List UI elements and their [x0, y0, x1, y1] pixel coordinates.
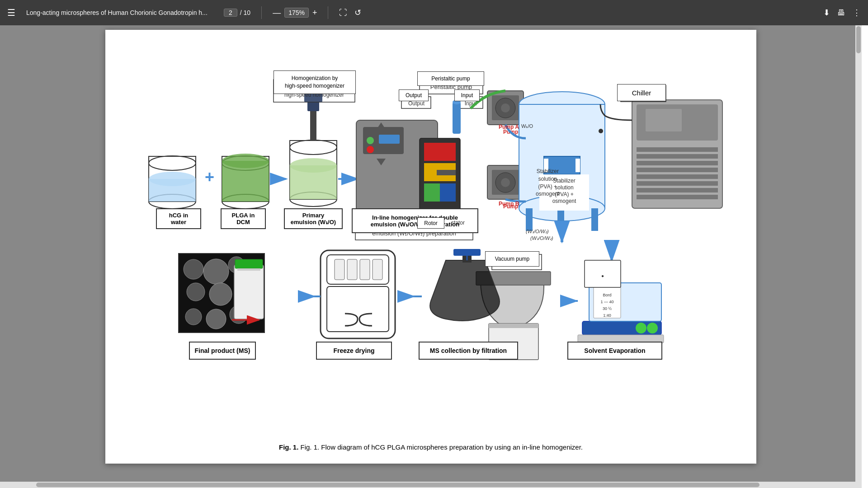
- svg-point-61: [519, 196, 605, 221]
- svg-rect-64: [591, 208, 598, 231]
- svg-rect-31: [420, 138, 460, 220]
- svg-text:W₁/O: W₁/O: [526, 129, 538, 135]
- stator-label: stator: [451, 220, 465, 226]
- svg-rect-28: [379, 135, 400, 144]
- svg-rect-90: [582, 321, 661, 335]
- svg-rect-19: [304, 93, 322, 102]
- svg-rect-62: [526, 208, 533, 231]
- page-number-input[interactable]: [224, 9, 237, 17]
- zoom-level-display: 175%: [284, 8, 309, 18]
- svg-rect-131: [237, 268, 260, 271]
- more-button[interactable]: ⋮: [853, 8, 861, 18]
- page-navigation: / 10: [224, 9, 250, 17]
- svg-point-125: [236, 280, 255, 300]
- svg-point-59: [519, 92, 605, 117]
- vertical-scrollbar[interactable]: [855, 25, 862, 482]
- toolbar-right: ⬇ 🖶 ⋮: [823, 8, 861, 18]
- svg-rect-94: [594, 286, 621, 318]
- svg-point-92: [647, 323, 658, 333]
- svg-rect-115: [360, 259, 370, 280]
- svg-rect-106: [462, 251, 472, 263]
- svg-rect-119: [179, 253, 264, 333]
- zoom-out-button[interactable]: —: [273, 8, 281, 18]
- pump-a-label: Pump A: [499, 124, 519, 130]
- svg-point-88: [599, 129, 603, 133]
- svg-point-127: [206, 309, 226, 329]
- homogenization-label: Homogenization byhigh-speed homogenizer: [274, 70, 356, 94]
- page-total: / 10: [240, 9, 250, 16]
- svg-text:Output: Output: [408, 100, 425, 107]
- pdf-page: + Homoge: [105, 30, 756, 464]
- solvent-evaporation-label: Solvent Evaporation: [567, 342, 662, 360]
- zoom-in-button[interactable]: +: [312, 8, 317, 18]
- svg-text:30 ½: 30 ½: [603, 306, 612, 311]
- svg-rect-24: [356, 120, 438, 220]
- svg-rect-35: [440, 183, 456, 202]
- svg-rect-107: [453, 249, 481, 256]
- primary-emulsion-label: Primaryemulsion (W₁/O): [284, 208, 343, 229]
- fit-page-button[interactable]: ⛶: [339, 8, 347, 18]
- svg-rect-105: [489, 324, 538, 328]
- svg-rect-114: [347, 259, 357, 280]
- svg-rect-77: [646, 109, 682, 131]
- scrollbar-thumb[interactable]: [856, 26, 861, 53]
- svg-rect-60: [519, 104, 605, 208]
- rotate-button[interactable]: ↺: [354, 8, 361, 18]
- svg-point-126: [185, 309, 202, 325]
- print-button[interactable]: 🖶: [837, 8, 845, 18]
- figure-caption: Fig. 1. Fig. 1. Flow diagram of hCG PLGA…: [279, 443, 583, 451]
- w1o-label: W₁/O: [521, 123, 533, 129]
- svg-rect-103: [476, 272, 551, 285]
- svg-point-46: [495, 173, 515, 192]
- download-button[interactable]: ⬇: [823, 8, 830, 18]
- svg-rect-34: [424, 183, 440, 202]
- svg-rect-3: [149, 179, 196, 202]
- svg-rect-78: [637, 147, 718, 152]
- horizontal-scrollbar[interactable]: [0, 482, 862, 488]
- svg-point-6: [222, 156, 269, 170]
- svg-point-43: [501, 103, 510, 113]
- svg-rect-40: [487, 91, 524, 125]
- svg-point-91: [636, 323, 646, 333]
- svg-point-128: [230, 305, 248, 324]
- svg-rect-18: [307, 100, 319, 111]
- svg-rect-113: [335, 259, 344, 280]
- svg-text:1:40: 1:40: [603, 313, 611, 318]
- svg-point-0: [149, 156, 196, 170]
- ms-collection-label: MS collection by filtration: [419, 342, 518, 360]
- svg-rect-1: [149, 156, 196, 202]
- svg-point-8: [222, 194, 269, 209]
- chiller-label: Chiller: [617, 84, 666, 101]
- svg-marker-29: [377, 122, 386, 129]
- svg-rect-116: [373, 259, 382, 280]
- freeze-drying-label: Freeze drying: [316, 342, 392, 360]
- svg-point-10: [222, 154, 269, 168]
- svg-rect-15: [290, 165, 337, 199]
- input-label: Input: [454, 89, 480, 101]
- svg-point-27: [367, 146, 374, 153]
- svg-text:1 — 40: 1 — 40: [600, 300, 613, 304]
- svg-rect-129: [234, 265, 264, 319]
- svg-rect-41: [492, 95, 519, 120]
- svg-marker-30: [377, 159, 386, 165]
- svg-rect-83: [637, 181, 718, 186]
- divider-2: [328, 6, 328, 19]
- svg-point-4: [149, 172, 196, 186]
- menu-icon[interactable]: ☰: [7, 7, 15, 18]
- hscrollbar-thumb[interactable]: [36, 483, 760, 487]
- svg-rect-130: [235, 259, 263, 268]
- svg-rect-99: [585, 260, 621, 287]
- svg-rect-44: [487, 165, 524, 199]
- zoom-controls: — 175% +: [273, 8, 317, 18]
- svg-rect-81: [637, 168, 718, 172]
- vacuum-pump-label: Vacuum pump: [485, 251, 539, 267]
- svg-point-26: [367, 137, 374, 144]
- svg-rect-117: [327, 286, 389, 332]
- rotor-label: Rotor: [417, 217, 444, 229]
- content-area: + Homoge: [0, 25, 862, 482]
- svg-rect-112: [327, 255, 389, 284]
- toolbar: ☰ Long-acting microspheres of Human Chor…: [0, 0, 868, 25]
- svg-text:+: +: [205, 168, 214, 186]
- svg-rect-93: [589, 283, 661, 321]
- svg-point-121: [203, 259, 229, 284]
